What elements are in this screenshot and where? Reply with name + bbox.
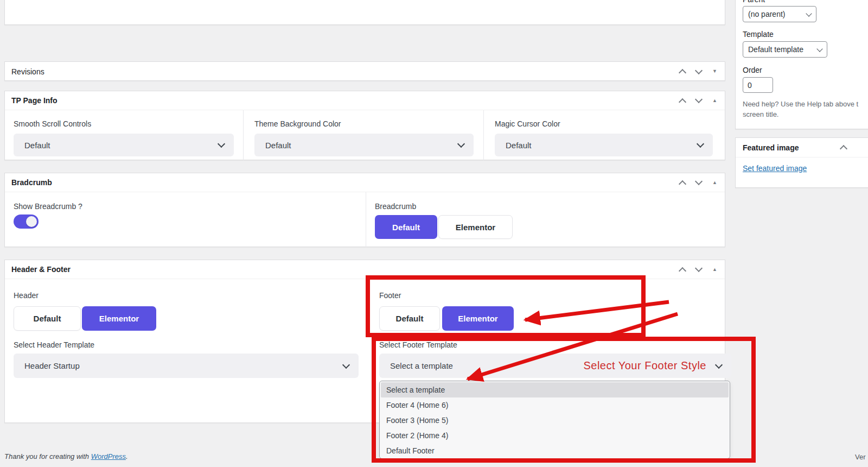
dropdown-option[interactable]: Footer 4 (Home 6) — [381, 397, 729, 413]
move-down-icon[interactable] — [695, 178, 703, 185]
header-footer-header[interactable]: Header & Footer ▲ — [5, 260, 725, 279]
collapse-toggle-icon[interactable]: ▲ — [712, 267, 717, 272]
chevron-up-icon[interactable] — [840, 145, 847, 153]
breadcrumb-group-label: Breadcrumb — [375, 202, 416, 211]
dropdown-option[interactable]: Footer 2 (Home 4) — [381, 428, 729, 443]
magic-cursor-value: Default — [506, 141, 532, 150]
column-divider — [243, 110, 244, 160]
dropdown-option[interactable]: Select a template — [381, 382, 729, 397]
chevron-down-icon — [457, 140, 465, 148]
tp-page-info-title: TP Page Info — [11, 96, 58, 105]
thanks-prefix: Thank you for creating with — [4, 452, 91, 460]
page-attributes-panel: Parent (no parent) Template Default temp… — [735, 0, 868, 129]
revisions-panel-header[interactable]: Revisions ▼ — [5, 62, 725, 81]
footer-template-value: Select a template — [390, 361, 453, 370]
move-up-icon[interactable] — [679, 69, 686, 77]
help-text-line2: screen title. — [743, 110, 868, 118]
theme-bg-select[interactable]: Default — [254, 134, 474, 156]
editor-panel-remnant — [4, 0, 725, 25]
chevron-down-icon — [218, 140, 225, 148]
chevron-down-icon — [342, 361, 350, 368]
magic-cursor-label: Magic Cursor Color — [495, 119, 560, 128]
set-featured-image-link[interactable]: Set featured image — [743, 164, 807, 173]
breadcrumb-default-button[interactable]: Default — [375, 215, 437, 239]
smooth-scroll-select[interactable]: Default — [14, 134, 234, 156]
footer-thanks-text: Thank you for creating with WordPress. — [4, 452, 128, 460]
theme-bg-label: Theme Background Color — [254, 119, 341, 128]
chevron-down-icon — [806, 10, 812, 16]
chevron-down-icon — [697, 140, 704, 148]
revisions-panel-title: Revisions — [11, 67, 44, 76]
select-footer-template-label: Select Footer Template — [379, 340, 457, 349]
select-header-template-label: Select Header Template — [14, 340, 94, 349]
bradcrumb-panel: Bradcrumb ▲ Show Breadcrumb ? Breadcrumb… — [4, 173, 725, 247]
header-template-value: Header Startup — [24, 361, 80, 370]
version-text: Ver — [855, 453, 866, 461]
theme-bg-value: Default — [265, 141, 291, 150]
show-breadcrumb-toggle[interactable] — [14, 214, 39, 229]
tp-page-info-header[interactable]: TP Page Info ▲ — [5, 91, 725, 110]
featured-image-panel: Featured image Set featured image — [735, 137, 868, 188]
parent-label: Parent — [743, 0, 765, 4]
collapse-toggle-icon[interactable]: ▲ — [712, 180, 717, 185]
thanks-suffix: . — [126, 452, 128, 460]
footer-elementor-button[interactable]: Elementor — [442, 306, 514, 331]
move-down-icon[interactable] — [695, 66, 703, 74]
toggle-knob — [26, 216, 37, 227]
template-value: Default template — [748, 45, 803, 54]
wordpress-edit-page-screen: Revisions ▼ TP Page Info ▲ Smooth Scroll… — [0, 0, 868, 467]
featured-image-title: Featured image — [743, 143, 799, 152]
template-select[interactable]: Default template — [743, 41, 827, 58]
magic-cursor-select[interactable]: Default — [495, 134, 713, 156]
order-label: Order — [743, 66, 762, 74]
featured-image-header[interactable]: Featured image — [736, 138, 868, 157]
order-input[interactable] — [743, 77, 773, 93]
breadcrumb-elementor-button[interactable]: Elementor — [438, 215, 513, 239]
parent-value: (no parent) — [748, 10, 785, 18]
footer-style-annotation-text: Select Your Footer Style — [583, 359, 706, 372]
footer-default-button[interactable]: Default — [379, 306, 440, 331]
parent-select[interactable]: (no parent) — [743, 6, 816, 22]
column-divider — [483, 110, 484, 160]
smooth-scroll-label: Smooth Scroll Controls — [14, 119, 91, 128]
move-up-icon[interactable] — [679, 180, 686, 187]
footer-template-select[interactable]: Select a template Select Your Footer Sty… — [379, 354, 731, 378]
header-template-select[interactable]: Header Startup — [14, 354, 359, 378]
header-group-label: Header — [14, 291, 39, 300]
smooth-scroll-value: Default — [24, 141, 50, 150]
header-elementor-button[interactable]: Elementor — [82, 306, 156, 331]
chevron-down-icon — [816, 46, 822, 52]
footer-group-label: Footer — [379, 291, 401, 300]
dropdown-option[interactable]: Footer 3 (Home 5) — [381, 413, 729, 428]
header-footer-title: Header & Footer — [11, 265, 71, 274]
column-divider — [366, 192, 366, 247]
show-breadcrumb-label: Show Breadcrumb ? — [14, 202, 82, 211]
dropdown-option[interactable]: Default Footer — [381, 443, 729, 458]
wordpress-link[interactable]: WordPress — [91, 452, 126, 460]
chevron-down-icon — [715, 361, 723, 368]
bradcrumb-header[interactable]: Bradcrumb ▲ — [5, 173, 725, 192]
bradcrumb-title: Bradcrumb — [11, 178, 52, 187]
template-label: Template — [743, 30, 774, 39]
move-down-icon[interactable] — [695, 264, 703, 272]
move-down-icon[interactable] — [695, 96, 703, 103]
collapse-toggle-icon[interactable]: ▼ — [712, 69, 717, 74]
collapse-toggle-icon[interactable]: ▲ — [712, 98, 717, 103]
move-up-icon[interactable] — [679, 267, 686, 274]
footer-template-dropdown-list: Select a template Footer 4 (Home 6) Foot… — [379, 381, 730, 459]
header-default-button[interactable]: Default — [14, 306, 81, 331]
help-text-line1: Need help? Use the Help tab above t — [743, 100, 868, 108]
tp-page-info-panel: TP Page Info ▲ Smooth Scroll Controls De… — [4, 91, 725, 160]
move-up-icon[interactable] — [679, 98, 686, 105]
revisions-panel: Revisions ▼ — [4, 61, 725, 81]
